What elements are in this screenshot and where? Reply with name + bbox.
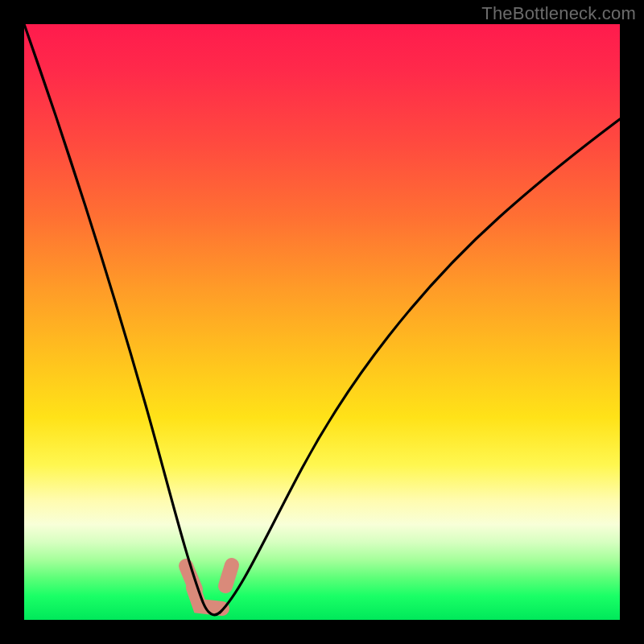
watermark-text: TheBottleneck.com [481,3,636,24]
bottleneck-curve [24,24,620,615]
bottleneck-plot [24,24,620,620]
curve-layer [24,24,620,620]
chart-frame: TheBottleneck.com [0,0,644,644]
